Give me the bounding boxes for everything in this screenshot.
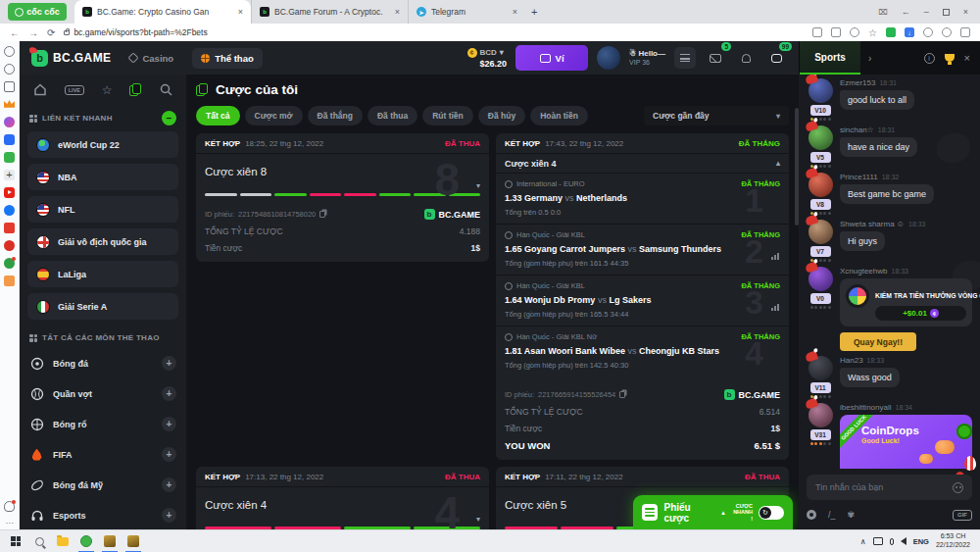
expand-american-football-button[interactable]: + [162, 477, 176, 492]
nav-casino[interactable]: Casino [121, 48, 182, 69]
user-avatar[interactable] [597, 46, 620, 70]
back-button[interactable]: ← [10, 27, 20, 38]
maximize-button[interactable] [943, 9, 950, 16]
coccoc-browser-logo[interactable]: cốc cốc [8, 3, 67, 21]
sidebar-item-seriea[interactable]: Giải Serie A [27, 293, 178, 320]
sort-dropdown[interactable]: Cược gần đây▾ [644, 106, 789, 125]
messenger-icon[interactable] [4, 117, 15, 127]
sidebar-item-fifa[interactable]: FIFA + [20, 439, 186, 470]
save-page-icon[interactable] [812, 27, 822, 37]
sidebar-item-nfl[interactable]: NFL [27, 196, 178, 223]
youtube-icon[interactable] [4, 187, 15, 198]
home-icon[interactable] [33, 83, 47, 96]
history-icon[interactable] [4, 64, 15, 75]
filter-cancelled[interactable]: Đã hủy [478, 106, 525, 125]
chat-username[interactable]: Shweta sharma ☺ [840, 220, 905, 228]
bookmark-star-icon[interactable]: ☆ [868, 27, 877, 38]
avatar[interactable] [808, 125, 833, 150]
zalo-icon[interactable] [4, 134, 15, 145]
shopping-icon[interactable] [4, 276, 15, 286]
network-icon[interactable] [873, 537, 883, 545]
expand-soccer-button[interactable]: + [162, 356, 176, 371]
crown-icon[interactable] [4, 99, 15, 110]
green-app-icon[interactable] [4, 258, 15, 269]
sidebar-item-tennis[interactable]: Quần vợt + [20, 378, 186, 409]
favorites-star-icon[interactable]: ☆ [102, 85, 113, 95]
filter-open[interactable]: Cược mở [245, 106, 303, 125]
bcgame-logo[interactable]: b BC.GAME [31, 50, 111, 67]
filter-won[interactable]: Đã thắng [308, 106, 363, 125]
chat-username[interactable]: Prince1111 [840, 173, 878, 181]
filter-all[interactable]: Tất cả [196, 106, 240, 125]
sidebar-item-esports[interactable]: Esports + [20, 500, 186, 529]
file-explorer-icon[interactable] [51, 530, 74, 552]
sidebar-item-premier-league[interactable]: Giải vô địch quốc gia [27, 228, 178, 255]
tray-expand-icon[interactable]: ∧ [860, 537, 866, 546]
sidebar-item-soccer[interactable]: Bóng đá + [20, 348, 186, 378]
games-icon[interactable] [4, 152, 15, 163]
expand-card-icon[interactable]: ▾ [476, 181, 480, 190]
collapse-quick-links-button[interactable]: – [162, 111, 176, 125]
notifications-button[interactable] [735, 47, 757, 69]
chat-rules-icon[interactable] [807, 510, 816, 520]
chat-username[interactable]: ibeshittinonyall [840, 403, 891, 412]
taskbar-coccoc-icon[interactable] [74, 530, 98, 552]
tab-close-icon[interactable]: × [395, 7, 400, 17]
volume-icon[interactable] [901, 537, 906, 545]
reading-list-icon[interactable] [4, 81, 15, 92]
more-icon[interactable]: ⋯ [4, 519, 15, 529]
forward-button[interactable]: → [28, 27, 38, 38]
quick-menu-button[interactable] [674, 47, 696, 69]
gif-button[interactable]: GIF [953, 510, 972, 521]
expand-basketball-button[interactable]: + [162, 417, 176, 431]
inbox-button[interactable]: 5 [705, 47, 726, 69]
chevron-right-icon[interactable]: › [868, 53, 871, 64]
expand-card-icon[interactable]: ▾ [476, 515, 480, 524]
tab-close-icon[interactable]: × [513, 7, 517, 17]
copy-icon[interactable] [619, 391, 625, 398]
info-icon[interactable]: i [924, 53, 935, 64]
new-tab-button[interactable]: + [531, 6, 537, 18]
quick-bet-toggle[interactable]: ↻ [759, 506, 784, 520]
collapse-card-icon[interactable]: ▴ [776, 159, 780, 168]
chat-username[interactable]: Xcnugteehwb [840, 267, 887, 276]
user-meta[interactable]: ☃ Hello— VIP 36 [629, 49, 665, 66]
taskbar-clock[interactable]: 6:53 CH22/12/2022 [936, 532, 970, 550]
url-field[interactable]: bc.game/vi/sports?bt-path=%2Fbets [64, 27, 207, 37]
chat-tab-sports[interactable]: Sports [800, 41, 860, 75]
chat-username[interactable]: sinchan☆ [840, 125, 874, 134]
coindrops-card[interactable]: GOOD LUCK CoinDrops Good Luck! Hoàn thàn… [840, 415, 972, 469]
notifications-bell-icon[interactable] [4, 501, 15, 512]
expand-esports-button[interactable]: + [162, 508, 176, 523]
filter-cashout[interactable]: Rút tiền [422, 106, 473, 125]
bet-card-1[interactable]: KẾT HỢP 18:25, 22 thg 12, 2022 ĐÃ THUA C… [196, 133, 489, 262]
filter-refund[interactable]: Hoàn tiền [530, 106, 588, 125]
settings-gear-icon[interactable] [4, 46, 15, 57]
nav-sports[interactable]: Thể thao [192, 48, 263, 69]
chat-input[interactable]: Tin nhắn của bạn [807, 475, 972, 500]
chat-close-icon[interactable]: × [964, 52, 970, 64]
download-extension-icon[interactable]: ↓ [905, 27, 914, 37]
sidebar-item-nba[interactable]: NBA [27, 164, 178, 190]
profile-icon[interactable] [942, 27, 952, 37]
my-bets-icon[interactable] [129, 83, 142, 96]
extension-icon[interactable] [923, 27, 933, 37]
facebook-icon[interactable] [4, 205, 15, 216]
expand-fifa-button[interactable]: + [162, 447, 176, 462]
sidebar-item-basketball[interactable]: Bóng rổ + [20, 409, 186, 439]
tab-bcgame[interactable]: b BC.Game: Crypto Casino Gan × [74, 0, 251, 24]
red-app-icon[interactable] [4, 240, 15, 251]
lucky-spin-card[interactable]: KIỂM TRA TIỀN THƯỞNG VÒNG QU +$0.01¢ [840, 278, 972, 326]
avatar[interactable] [808, 267, 833, 291]
bet-card-3[interactable]: KẾT HỢP 17:13, 22 thg 12, 2022 ĐÃ THUA C… [196, 467, 489, 529]
emoji-icon[interactable] [953, 482, 963, 493]
microphone-icon[interactable] [890, 538, 894, 545]
wallet-button[interactable]: Ví [515, 45, 588, 71]
trophy-icon[interactable] [945, 54, 955, 62]
taskbar-app-icon[interactable] [98, 530, 122, 552]
avatar[interactable] [808, 356, 833, 380]
slash-command-icon[interactable]: /_ [828, 510, 836, 520]
search-icon[interactable] [160, 83, 172, 96]
sidebar-item-eworldcup[interactable]: eWorld Cup 22 [27, 131, 178, 158]
close-window-button[interactable]: × [963, 7, 968, 17]
